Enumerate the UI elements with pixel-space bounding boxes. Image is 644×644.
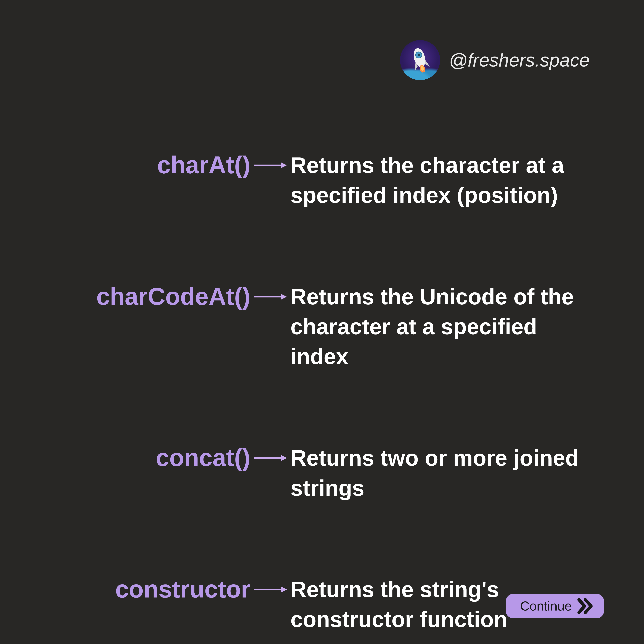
svg-marker-6 xyxy=(281,162,287,168)
arrow-icon xyxy=(250,585,290,594)
handle-text: @freshers.space xyxy=(449,49,590,71)
method-row: charAt() Returns the character at a spec… xyxy=(57,150,587,210)
arrow-icon xyxy=(250,161,290,170)
arrow-icon xyxy=(250,292,290,301)
logo-icon xyxy=(400,40,440,80)
svg-marker-10 xyxy=(281,455,287,461)
method-name: charAt() xyxy=(57,150,250,179)
continue-button[interactable]: Continue xyxy=(506,594,604,618)
method-row: concat() Returns two or more joined stri… xyxy=(57,443,587,503)
continue-label: Continue xyxy=(520,599,572,614)
arrow-icon xyxy=(250,454,290,462)
method-name: constructor xyxy=(57,574,250,604)
method-description: Returns two or more joined strings xyxy=(290,443,587,503)
method-name: concat() xyxy=(57,443,250,472)
svg-marker-12 xyxy=(281,587,287,592)
method-row: charCodeAt() Returns the Unicode of the … xyxy=(57,282,587,372)
method-description: Returns the Unicode of the character at … xyxy=(290,282,587,372)
svg-marker-8 xyxy=(281,294,287,300)
header: @freshers.space xyxy=(400,40,590,80)
methods-list: charAt() Returns the character at a spec… xyxy=(57,150,587,644)
chevron-right-icon xyxy=(577,598,594,614)
method-name: charCodeAt() xyxy=(57,282,250,311)
method-description: Returns the character at a specified ind… xyxy=(290,150,587,210)
